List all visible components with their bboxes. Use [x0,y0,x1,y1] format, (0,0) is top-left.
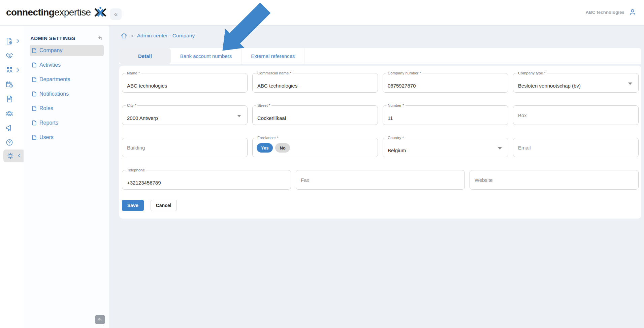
rail-item-documents2[interactable] [0,95,24,103]
app-logo: connectingexpertise [6,7,106,18]
rail-item-calendar[interactable] [0,80,24,89]
box-input[interactable] [513,106,638,125]
calendar-clock-icon [5,80,13,89]
sidebar-item-users[interactable]: Users [30,132,104,143]
city-field: City * [122,105,248,125]
tab-bank-account-numbers[interactable]: Bank account numbers [171,48,242,64]
number-input[interactable] [383,106,508,125]
breadcrumb-current[interactable]: Admin center - Company [137,33,195,39]
home-icon[interactable] [121,32,127,39]
page-icon [32,77,37,82]
breadcrumb: > Admin center - Company [121,32,644,39]
header-user-area: ABC technologies [586,8,637,16]
sidebar-item-roles[interactable]: Roles [30,103,104,114]
sidebar-main-divider [109,0,109,328]
company-type-field: Company type * [513,73,639,93]
box-field [513,105,639,125]
page-icon [32,120,37,126]
building-field [122,138,248,157]
tab-external-references[interactable]: External references [242,48,304,64]
settings-icon [6,152,14,160]
rail-item-documents[interactable] [0,37,24,45]
telephone-input[interactable] [122,170,291,189]
sidebar-item-activities[interactable]: Activities [30,59,104,71]
rail-item-people[interactable] [0,66,24,74]
icon-rail [0,26,24,328]
country-field: Country * [383,138,508,157]
megaphone-icon [5,124,13,132]
chevron-right-icon [15,38,21,44]
sidebar-items: Company Activities Departments Notificat… [24,45,109,143]
company-number-field: Company number * [383,73,508,93]
help-icon [5,138,13,146]
name-field: Name * [122,73,248,93]
page-icon [32,106,37,111]
handshake-icon [5,52,13,60]
save-button[interactable]: Save [122,200,144,211]
commercial-name-input[interactable] [253,73,378,92]
email-field [513,138,639,157]
people-pair-icon [5,66,13,74]
sidebar-title: ADMIN SETTINGS [30,35,75,41]
rail-item-announcements[interactable] [0,124,24,132]
freelancer-no-toggle[interactable]: No [275,143,290,153]
return-arrow-icon[interactable] [97,35,104,41]
website-field [470,170,639,190]
page-icon [32,135,37,140]
freelancer-yes-toggle[interactable]: Yes [257,143,273,153]
tab-bar: Detail Bank account numbers External ref… [119,48,641,64]
page-icon [32,62,37,68]
tab-detail[interactable]: Detail [119,48,171,64]
breadcrumb-separator: > [131,33,134,39]
street-input[interactable] [253,106,378,125]
email-input[interactable] [513,138,638,157]
settings-active-highlight [3,150,25,162]
name-input[interactable] [122,73,247,92]
return-arrow-icon [97,317,103,322]
sidebar-item-company[interactable]: Company [30,45,104,56]
number-field: Number * [383,105,508,125]
sidebar-item-departments[interactable]: Departments [30,74,104,85]
freelancer-field: Freelancer * Yes No [252,138,378,157]
main-content: > Admin center - Company Detail Bank acc… [109,26,644,328]
street-field: Street * [252,105,378,125]
page-icon [32,48,37,53]
city-select[interactable] [122,106,247,125]
top-header: connectingexpertise « ABC technologies [0,0,644,26]
rail-item-partners[interactable] [0,52,24,60]
logo-text: connectingexpertise [6,7,91,18]
website-input[interactable] [470,170,638,189]
commercial-name-field: Commercial name * [252,73,378,93]
app-root: connectingexpertise « ABC technologies [0,0,644,328]
page-icon [32,91,37,97]
rail-item-groups[interactable] [0,109,24,118]
user-group-icon [5,109,13,118]
user-profile-icon[interactable] [629,8,637,16]
company-detail-form: Name * Commercial name * Company number … [119,66,641,219]
sidebar-collapse-button[interactable]: « [110,8,122,20]
rail-item-help[interactable] [0,138,24,146]
sidebar-item-reports[interactable]: Reports [30,117,104,129]
document-pending-icon [5,37,13,45]
rail-item-settings[interactable] [0,153,24,161]
country-select[interactable] [383,138,508,157]
company-type-select[interactable] [513,73,638,92]
fax-field [296,170,465,190]
building-input[interactable] [122,138,247,157]
admin-sidebar: ADMIN SETTINGS Company Activities Depart… [24,26,109,328]
telephone-field: Telephone [122,170,291,190]
chevron-right-icon [15,67,21,73]
sidebar-back-button[interactable] [95,315,105,324]
chevron-left-icon [17,153,22,158]
company-number-input[interactable] [383,73,508,92]
logo-x-icon [94,7,106,18]
current-company-label: ABC technologies [586,10,624,15]
document-icon [5,95,13,103]
sidebar-item-notifications[interactable]: Notifications [30,88,104,100]
fax-input[interactable] [296,170,464,189]
cancel-button[interactable]: Cancel [151,200,177,211]
